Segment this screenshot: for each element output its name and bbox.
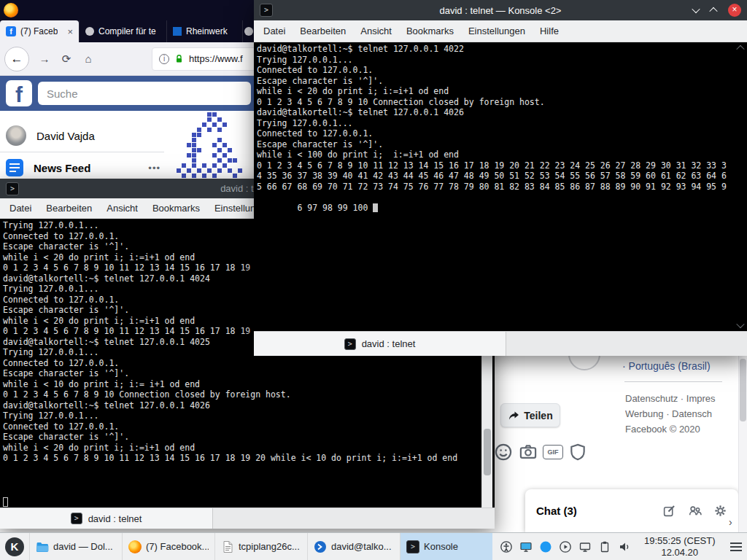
menu-ansicht[interactable]: Ansicht xyxy=(107,203,138,214)
forward-button[interactable]: → xyxy=(38,52,51,65)
terminal-line: Escape character is '^]'. xyxy=(3,368,495,379)
dolphin-icon xyxy=(36,540,49,553)
share-arrow-icon xyxy=(508,410,519,421)
tab-facebook[interactable]: f (7) Faceb × xyxy=(0,20,79,42)
terminal-tab[interactable]: > david : telnet xyxy=(254,332,506,356)
konsole-icon: > xyxy=(6,182,19,195)
accessibility-icon[interactable] xyxy=(500,540,513,553)
share-button[interactable]: Teilen xyxy=(500,403,560,427)
reload-button[interactable]: ⟳ xyxy=(60,52,73,66)
site-info-icon[interactable]: i xyxy=(159,54,169,64)
tab-compiler[interactable]: Compiler für te xyxy=(79,20,166,42)
terminal-line: while i < 20 do print i; i:=i+1 od end xyxy=(257,86,747,97)
menu-bearbeiten[interactable]: Bearbeiten xyxy=(46,203,92,214)
menu-hilfe[interactable]: Hilfe xyxy=(540,26,559,36)
terminal-line: Trying 127.0.0.1... xyxy=(257,118,747,129)
camera-icon[interactable] xyxy=(518,442,538,462)
back-button[interactable]: ← xyxy=(4,47,29,71)
home-button[interactable]: ⌂ xyxy=(82,52,95,65)
more-options-icon[interactable]: ••• xyxy=(148,163,160,174)
facebook-logo-icon[interactable]: f xyxy=(6,80,32,106)
scrollbar-thumb[interactable] xyxy=(740,359,746,421)
sticker-icon[interactable] xyxy=(568,442,588,462)
news-feed-icon xyxy=(6,159,23,176)
facebook-search-input[interactable] xyxy=(38,82,251,105)
profile-row[interactable]: David Vajda xyxy=(6,125,95,146)
task-label: Konsole xyxy=(424,541,458,552)
terminal-line: Connected to 127.0.0.1. xyxy=(3,421,495,432)
task-konsole[interactable]: > Konsole xyxy=(400,533,492,560)
menu-bearbeiten[interactable]: Bearbeiten xyxy=(300,26,346,36)
menu-ansicht[interactable]: Ansicht xyxy=(360,26,392,36)
footer-copyright: Facebook © 2020 xyxy=(625,421,738,437)
window-controls: × xyxy=(693,4,741,17)
close-icon[interactable]: × xyxy=(728,4,741,17)
terminal-front[interactable]: david@talkortell:~$ telnet 127.0.0.1 402… xyxy=(254,42,747,331)
terminal-line: 0 1 2 3 4 5 6 7 8 9 10 11 12 13 14 15 16… xyxy=(3,453,495,464)
terminal-line: 0 1 2 3 4 5 6 7 8 9 10 11 12 13 14 15 16… xyxy=(257,160,747,171)
task-text-editor[interactable]: tcpiplang26c... xyxy=(214,533,307,560)
post-image[interactable] xyxy=(166,112,254,179)
terminal-line: while i < 20 do print i; i:=i+1 od end xyxy=(3,443,495,454)
divider xyxy=(624,381,722,382)
konsole-front-titlebar[interactable]: > david : telnet — Konsole <2> × xyxy=(254,0,747,20)
tab-rheinwerk[interactable]: Rheinwerk xyxy=(166,20,242,42)
task-firefox[interactable]: (7) Facebook... xyxy=(122,533,214,560)
generic-favicon-icon xyxy=(244,27,253,36)
task-dolphin[interactable]: david — Dol... xyxy=(29,533,122,560)
application-launcher[interactable]: K xyxy=(0,533,29,560)
minimize-icon[interactable] xyxy=(692,5,700,13)
volume-icon[interactable] xyxy=(618,540,631,553)
gif-icon[interactable]: GIF xyxy=(543,442,563,462)
display-settings-icon[interactable] xyxy=(519,540,533,553)
terminal-line: david@talkortell:~$ telnet 127.0.0.1 402… xyxy=(3,400,495,411)
tab-label: david : telnet xyxy=(362,338,416,349)
menu-bookmarks[interactable]: Bookmarks xyxy=(406,26,454,36)
kdeconnect-icon[interactable] xyxy=(539,540,552,553)
sidebar-item-news-feed[interactable]: News Feed ••• xyxy=(6,159,160,176)
footer-link[interactable]: Werbung · Datensch xyxy=(625,406,738,421)
firefox-icon xyxy=(128,540,142,553)
document-icon xyxy=(221,540,234,553)
url-text[interactable]: https://www.f xyxy=(189,53,243,64)
terminal-line: 4 35 36 37 38 39 40 41 42 43 44 45 46 47… xyxy=(257,171,747,182)
task-label: david — Dol... xyxy=(53,541,113,552)
maximize-icon[interactable] xyxy=(709,7,717,15)
panel-menu-icon[interactable] xyxy=(725,533,747,560)
gear-icon[interactable] xyxy=(713,504,727,518)
terminal-scrollbar[interactable] xyxy=(735,42,746,331)
menu-datei[interactable]: Datei xyxy=(263,26,285,36)
people-icon[interactable] xyxy=(688,504,702,518)
profile-name[interactable]: David Vajda xyxy=(36,130,95,142)
desktop: f (7) Faceb × Compiler für te Rheinwerk … xyxy=(0,0,747,560)
media-player-icon[interactable] xyxy=(559,540,572,553)
scroll-right-arrow-icon[interactable]: › xyxy=(729,516,732,528)
footer-link[interactable]: Datenschutz · Impres xyxy=(625,391,738,406)
clock[interactable]: 19:55:25 (CEST) 12.04.20 xyxy=(638,533,721,560)
tab-partial[interactable] xyxy=(242,20,254,42)
scroll-up-icon[interactable] xyxy=(736,45,744,53)
language-link[interactable]: · Português (Brasil) xyxy=(622,360,711,372)
terminal-tab[interactable]: > david : telnet xyxy=(0,508,213,529)
task-remote-session[interactable]: david@talko... xyxy=(307,533,400,560)
clock-time: 19:55:25 (CEST) xyxy=(644,535,716,547)
scrollbar-thumb[interactable] xyxy=(484,429,491,475)
compose-icon[interactable] xyxy=(662,504,676,518)
avatar[interactable] xyxy=(6,125,26,146)
emoji-smiley-icon[interactable] xyxy=(493,442,514,462)
konsole-icon: > xyxy=(71,513,82,524)
terminal-line: Connected to 127.0.0.1. xyxy=(257,65,747,76)
window-title: david : telnet — Konsole <2> xyxy=(254,5,747,16)
screen-layout-icon[interactable] xyxy=(578,540,592,553)
news-feed-label: News Feed xyxy=(34,162,90,174)
konsole-front-menubar: Datei Bearbeiten Ansicht Bookmarks Einst… xyxy=(254,20,747,42)
clipboard-icon[interactable] xyxy=(598,540,611,553)
terminal-cursor xyxy=(3,497,8,507)
menu-bookmarks[interactable]: Bookmarks xyxy=(152,203,200,214)
system-tray xyxy=(492,533,638,560)
menu-einstellungen[interactable]: Einstellungen xyxy=(468,26,525,36)
scroll-down-icon[interactable] xyxy=(736,320,744,328)
chat-bar[interactable]: Chat (3) xyxy=(525,489,738,532)
menu-datei[interactable]: Datei xyxy=(9,203,31,214)
tab-close-icon[interactable]: × xyxy=(67,26,73,37)
